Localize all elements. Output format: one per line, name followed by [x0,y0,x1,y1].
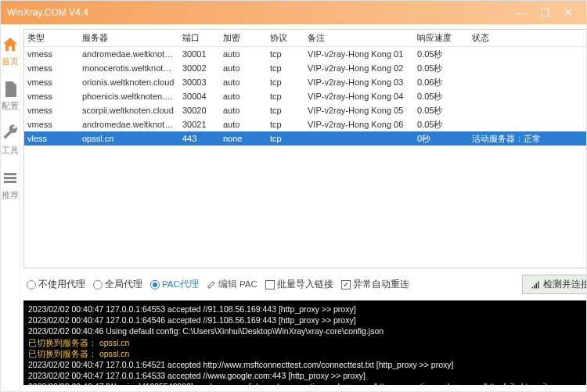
cell: 0.05秒 [414,91,469,102]
cell: 30004 [179,92,220,101]
cell: 活动服务器：正常 [469,133,587,145]
cell: auto [220,63,267,73]
window-title: WinXray.COM V4.4 [7,7,510,18]
cell: 30001 [179,49,220,59]
table-row[interactable]: vmessandromedae.weltknoten.c...30001auto… [24,47,587,61]
cell: VIP-v2ray-Hong Kong 04 [304,92,414,101]
nav-tools[interactable]: 工具 [1,118,20,163]
table-row[interactable]: vmessphoenicis.weltknoten.cloud30004auto… [24,89,587,103]
col-latency[interactable]: 响应速度 [414,32,469,44]
cell: orionis.weltknoten.cloud [79,77,179,87]
log-line: 已切换到服务器： opssl.cn [28,348,587,359]
list-icon [1,169,20,188]
cell: vmess [24,77,79,87]
cell: vmess [24,120,79,129]
test-connect-button[interactable]: 检测并连接最快服务器 [522,275,587,294]
radio-no-proxy[interactable]: 不使用代理 [27,279,85,290]
cell: auto [220,106,267,115]
cell: scorpii.weltknoten.cloud [79,106,179,115]
radio-dot-icon [93,280,103,290]
checkbox-batch-import[interactable]: 批量导入链接 [265,279,333,290]
cell: vmess [24,49,79,59]
cell: auto [220,49,267,59]
cell: monocerotis.weltknoten.c... [79,63,179,73]
signal-icon [531,280,540,290]
cell: tcp [267,120,304,129]
maximize-button[interactable]: ☐ [533,6,556,19]
cell: 443 [179,134,220,143]
log-line: 已切换到服务器： opssl.cn [28,337,587,348]
table-row[interactable]: vlessopssl.cn443nonetcp0秒活动服务器：正常 [24,131,587,146]
cell: tcp [267,106,304,115]
cell: vmess [24,63,79,73]
col-server[interactable]: 服务器 [79,32,179,44]
col-status[interactable]: 状态 [469,32,587,44]
cell: 0秒 [414,133,469,145]
edit-pac-button[interactable]: 编辑 PAC [207,279,257,290]
cell: none [220,134,267,143]
cell: auto [220,120,267,129]
minimize-button[interactable]: — [510,6,533,19]
cell: 30021 [179,120,220,129]
cell: VIP-v2ray-Hong Kong 02 [304,63,414,73]
nav-recommend[interactable]: 推荐 [1,163,20,207]
cell: 0.05秒 [414,119,469,131]
nav-home[interactable]: 首页 [1,29,20,74]
toolbar: 不使用代理 全局代理 PAC代理 编辑 PAC 批量导入链接 ✓异常自动重连 检… [23,268,587,300]
cell: andromedae.weltknoten.c... [79,49,179,59]
table-row[interactable]: vmessmonocerotis.weltknoten.c...30002aut… [24,61,587,75]
log-line: 2023/02/02 00:40:47 127.0.0.1:64521 acce… [28,359,587,370]
wrench-icon [1,124,20,143]
cell: auto [220,92,267,101]
log-line: 2023/02/02 00:40:46 Using default config… [28,325,587,336]
titlebar: WinXray.COM V4.4 — ☐ ✕ [1,1,586,24]
radio-dot-icon [150,280,160,290]
cell: vmess [24,106,79,115]
home-icon [1,35,20,54]
nav-label: 工具 [1,145,20,156]
nav-label: 配置 [1,100,20,112]
cell: tcp [267,49,304,59]
edit-icon [207,280,216,290]
checkbox-icon: ✓ [341,280,351,290]
server-table[interactable]: 类型 服务器 端口 加密 协议 备注 响应速度 状态 vmessandromed… [23,29,587,268]
cell: 0.05秒 [414,49,469,60]
radio-dot-icon [27,280,36,290]
cell: VIP-v2ray-Hong Kong 05 [304,106,414,115]
cell: vmess [24,92,79,101]
col-protocol[interactable]: 协议 [267,32,304,44]
cell: VIP-v2ray-Hong Kong 03 [304,77,414,87]
cell: auto [220,77,267,87]
cell: 0.06秒 [414,77,469,88]
col-type[interactable]: 类型 [24,32,79,44]
cell: tcp [267,92,304,101]
cell: opssl.cn [79,134,179,143]
cell: 0.05秒 [414,63,469,74]
cell: 30002 [179,63,220,73]
cell: 30003 [179,77,220,87]
table-row[interactable]: vmessandromedae.weltknoten.c...30021auto… [24,117,587,131]
checkbox-auto-reconnect[interactable]: ✓异常自动重连 [341,279,409,290]
col-port[interactable]: 端口 [179,32,220,44]
radio-global-proxy[interactable]: 全局代理 [93,279,142,290]
log-line: 2023/02/02 00:40:47 [Warning] [190554998… [28,381,587,385]
cell: VIP-v2ray-Hong Kong 06 [304,120,414,129]
cell: 30020 [179,106,220,115]
cell: tcp [267,134,304,143]
close-button[interactable]: ✕ [556,6,580,19]
cell: 0.05秒 [414,105,469,117]
cell: andromedae.weltknoten.c... [79,120,179,129]
file-icon [1,80,20,99]
radio-pac-proxy[interactable]: PAC代理 [150,279,199,290]
col-encrypt[interactable]: 加密 [220,32,267,44]
log-line: 2023/02/02 00:40:47 127.0.0.1:64546 acce… [28,315,587,325]
cell: tcp [267,63,304,73]
log-line: 2023/02/02 00:40:47 127.0.0.1:64553 acce… [28,304,587,315]
table-row[interactable]: vmessscorpii.weltknoten.cloud30020autotc… [24,103,587,117]
table-row[interactable]: vmessorionis.weltknoten.cloud30003autotc… [24,75,587,89]
col-remark[interactable]: 备注 [304,32,414,44]
log-panel[interactable]: 2023/02/02 00:40:47 127.0.0.1:64553 acce… [23,300,587,385]
table-body: vmessandromedae.weltknoten.c...30001auto… [24,47,587,146]
cell: VIP-v2ray-Hong Kong 01 [304,49,414,59]
nav-config[interactable]: 配置 [1,74,20,118]
